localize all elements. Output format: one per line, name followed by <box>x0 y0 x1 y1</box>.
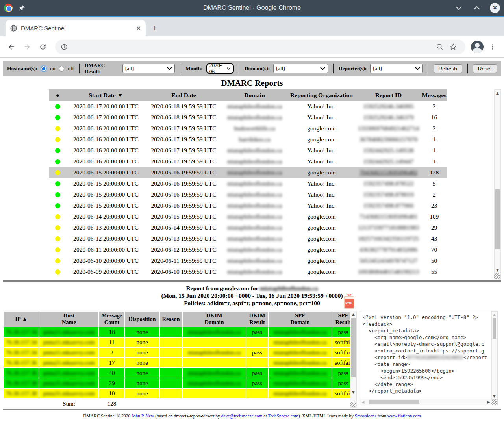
status-dot-green <box>55 115 60 120</box>
report-cell-messages: 23 <box>421 200 447 211</box>
report-row[interactable]: 2020-06-15 20:00:00 UTC2020-06-16 19:59:… <box>49 189 447 200</box>
report-row[interactable]: 2020-06-15 20:00:00 UTC2020-06-16 19:59:… <box>49 178 447 189</box>
report-row[interactable]: 2020-06-16 20:00:00 UTC2020-06-17 19:59:… <box>49 156 447 167</box>
scroll-down-icon[interactable]: ▼ <box>350 389 356 395</box>
report-row[interactable]: 2020-06-15 20:00:00 UTC2020-06-16 19:59:… <box>49 167 447 178</box>
footer-link[interactable]: dave@techsneeze.com <box>221 414 263 418</box>
reports-scrollbar[interactable]: ▲ ▼ <box>494 89 501 279</box>
report-row[interactable]: 2020-06-11 20:00:00 UTC2020-06-12 19:59:… <box>49 244 447 255</box>
window-maximize-icon[interactable] <box>472 3 482 13</box>
scrollbar-thumb[interactable] <box>493 318 496 339</box>
tab-dmarc-sentinel[interactable]: DMARC Sentinel ✕ <box>6 20 146 36</box>
scroll-down-icon[interactable]: ▼ <box>495 267 500 273</box>
record-column-header[interactable]: MessageCount <box>99 312 124 327</box>
report-row[interactable]: 2020-06-14 20:00:00 UTC2020-06-15 19:59:… <box>49 211 447 222</box>
scroll-up-icon[interactable]: ▲ <box>495 90 500 96</box>
window-minimize-icon[interactable] <box>454 3 464 13</box>
record-column-header[interactable]: SPFDomain <box>269 312 332 327</box>
record-cell-ip: 76.30.157.36 <box>4 368 39 378</box>
record-cell-count: 11 <box>99 338 124 347</box>
footer-link[interactable]: TechSneeze.com <box>268 414 298 418</box>
scroll-up-icon[interactable]: ▲ <box>350 311 356 317</box>
report-row[interactable]: 2020-06-10 20:00:00 UTC2020-06-11 19:59:… <box>49 255 447 266</box>
report-row[interactable]: 2020-06-13 20:00:00 UTC2020-06-14 19:59:… <box>49 222 447 233</box>
report-cell-start: 2020-06-15 20:00:00 UTC <box>67 189 145 200</box>
report-row[interactable]: 2020-06-16 20:00:00 UTC2020-06-17 19:59:… <box>49 134 447 145</box>
report-cell-end: 2020-06-11 19:59:59 UTC <box>145 255 222 266</box>
hostname-on-radio[interactable] <box>41 66 46 72</box>
record-column-header[interactable]: Reason <box>160 312 182 327</box>
refresh-button[interactable]: Refresh <box>434 64 462 73</box>
hostname-off-radio[interactable] <box>59 66 65 72</box>
tab-close-icon[interactable]: ✕ <box>136 25 141 32</box>
record-column-header[interactable]: HostName <box>39 312 98 327</box>
forward-icon[interactable] <box>20 40 34 54</box>
domain-select[interactable]: [all] <box>273 64 328 73</box>
footer-link[interactable]: www.flaticon.com <box>387 414 421 418</box>
reset-button[interactable]: Reset <box>473 64 497 73</box>
report-row[interactable]: 2020-06-16 20:00:00 UTC2020-06-17 19:59:… <box>49 145 447 156</box>
reports-column-header[interactable]: Report ID <box>356 89 421 101</box>
reports-column-header[interactable]: Messages <box>421 89 447 101</box>
info-icon[interactable] <box>61 43 68 50</box>
scrollbar-thumb[interactable] <box>351 318 356 377</box>
record-cell-reason <box>160 378 182 388</box>
scroll-up-icon[interactable]: ▲ <box>492 312 497 318</box>
html-file-icon[interactable]: <> HTML <box>344 296 354 309</box>
record-scrollbar[interactable]: ▲ ▼ <box>350 311 357 408</box>
menu-dots-icon[interactable] <box>486 40 499 54</box>
reports-column-header[interactable]: ● <box>49 89 67 101</box>
xml-horizontal-scrollbar[interactable]: ◀ ▶ <box>360 399 491 405</box>
new-tab-button[interactable]: + <box>149 22 161 34</box>
report-cell-end: 2020-06-16 19:59:59 UTC <box>145 189 222 200</box>
scrollbar-thumb[interactable] <box>369 400 419 404</box>
resize-grip[interactable] <box>491 399 497 405</box>
window-close-button[interactable]: ✕ <box>490 3 500 13</box>
status-dot-green <box>55 104 60 109</box>
reports-column-header[interactable]: Domain <box>222 89 287 101</box>
xml-vertical-scrollbar[interactable]: ▲ ▼ <box>491 311 497 400</box>
report-cell-report_id: 12137339771818881983 <box>356 222 421 233</box>
reports-column-header[interactable]: End Date <box>145 89 222 101</box>
report-row[interactable]: 2020-06-17 20:00:00 UTC2020-06-18 19:59:… <box>49 112 447 123</box>
record-column-header[interactable]: DKIMDomain <box>183 312 246 327</box>
address-bar[interactable] <box>55 40 465 54</box>
month-select[interactable]: 2020-06 <box>206 63 234 74</box>
scroll-right-icon[interactable]: ▶ <box>486 399 491 405</box>
report-row[interactable]: 2020-06-09 20:00:00 UTC2020-06-10 19:59:… <box>49 266 447 277</box>
report-row[interactable]: 2020-06-15 20:00:00 UTC2020-06-16 19:59:… <box>49 200 447 211</box>
resize-grip[interactable] <box>494 273 500 279</box>
record-cell-count: 3 <box>99 348 124 357</box>
resize-grip[interactable] <box>350 402 356 407</box>
reload-icon[interactable] <box>36 40 50 54</box>
bookmark-star-icon[interactable] <box>447 40 460 54</box>
reports-column-header[interactable]: Start Date ▼ <box>67 89 145 101</box>
report-row[interactable]: 2020-06-12 20:00:00 UTC2020-06-13 19:59:… <box>49 233 447 244</box>
record-column-header[interactable]: IP ▲ <box>4 312 39 327</box>
record-cell-dkim_result <box>246 358 268 367</box>
scroll-left-icon[interactable]: ◀ <box>360 399 366 405</box>
footer-link[interactable]: Smashicons <box>355 414 376 418</box>
record-cell-reason <box>160 389 182 398</box>
footer-link[interactable]: John P. New <box>132 414 154 418</box>
profile-avatar[interactable] <box>471 41 484 53</box>
tab-strip: DMARC Sentinel ✕ + <box>0 17 504 36</box>
report-cell-org: google.com <box>287 233 356 244</box>
record-column-header[interactable]: Disposition <box>125 312 159 327</box>
report-cell-start: 2020-06-15 20:00:00 UTC <box>67 178 145 189</box>
report-row[interactable]: 2020-06-16 20:00:00 UTC2020-06-17 19:59:… <box>49 123 447 134</box>
record-cell-spf_domain: miataphileoflondon.ca <box>269 338 332 347</box>
record-cell-dkim_domain <box>183 389 246 398</box>
back-icon[interactable] <box>5 40 18 54</box>
xml-viewer[interactable]: <?xml version="1.0" encoding="UTF-8" ?><… <box>360 311 498 405</box>
reporter-select[interactable]: [all] <box>370 64 422 73</box>
zoom-out-icon[interactable] <box>433 40 447 54</box>
record-column-header[interactable]: DKIMResult <box>246 312 268 327</box>
record-cell-dkim_result <box>246 389 268 398</box>
reports-column-header[interactable]: Reporting Organization <box>287 89 356 101</box>
scroll-down-icon[interactable]: ▼ <box>492 393 497 399</box>
report-cell-domain: miataphileoflondon.ca <box>222 178 287 189</box>
dmarc-result-select[interactable]: [all] <box>122 64 175 73</box>
scrollbar-thumb[interactable] <box>495 189 500 249</box>
report-row[interactable]: 2020-06-17 20:00:00 UTC2020-06-18 19:59:… <box>49 101 447 112</box>
